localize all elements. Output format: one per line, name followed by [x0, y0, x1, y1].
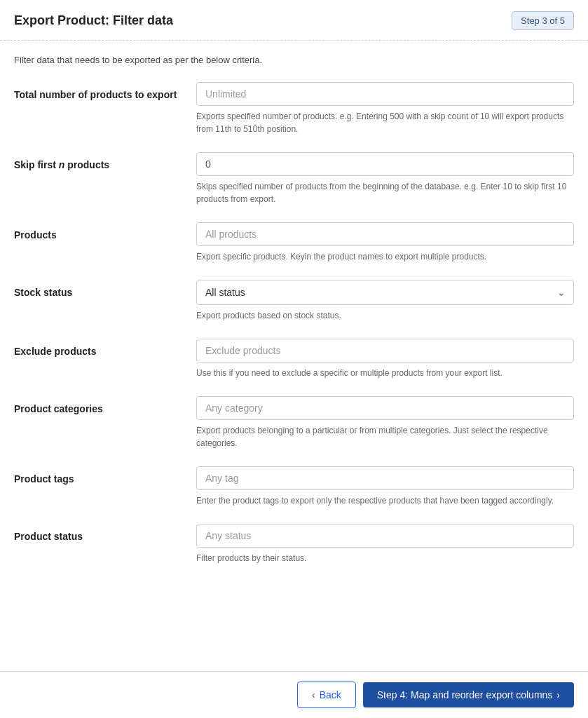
intro-text: Filter data that needs to be exported as…	[14, 55, 574, 65]
products-hint: Export specific products. Keyin the prod…	[196, 250, 574, 263]
skip-products-hint: Skips specified number of products from …	[196, 180, 574, 205]
field-right-stock-status: All status In stock Out of stock On back…	[196, 280, 574, 322]
skip-products-input[interactable]	[196, 152, 574, 176]
next-button-label: Step 4: Map and reorder export columns	[377, 689, 553, 700]
field-row-stock-status: Stock status All status In stock Out of …	[14, 280, 574, 322]
stock-status-hint: Export products based on stock status.	[196, 309, 574, 322]
stock-status-select[interactable]: All status In stock Out of stock On back…	[196, 280, 574, 305]
field-right-products: Export specific products. Keyin the prod…	[196, 222, 574, 263]
back-button[interactable]: ‹ Back	[297, 682, 356, 708]
field-right-product-categories: Export products belonging to a particula…	[196, 396, 574, 449]
field-row-products: Products Export specific products. Keyin…	[14, 222, 574, 263]
field-label-total-products: Total number of products to export	[14, 82, 196, 100]
field-label-product-tags: Product tags	[14, 466, 196, 485]
field-right-exclude-products: Use this if you need to exclude a specif…	[196, 339, 574, 379]
field-label-product-categories: Product categories	[14, 396, 196, 414]
footer: ‹ Back Step 4: Map and reorder export co…	[0, 671, 588, 718]
next-button[interactable]: Step 4: Map and reorder export columns ›	[363, 682, 574, 707]
field-right-skip-products: Skips specified number of products from …	[196, 152, 574, 205]
product-tags-input[interactable]	[196, 466, 574, 490]
field-label-product-status: Product status	[14, 524, 196, 542]
stock-status-select-wrapper: All status In stock Out of stock On back…	[196, 280, 574, 305]
field-row-product-tags: Product tags Enter the product tags to e…	[14, 466, 574, 507]
product-tags-hint: Enter the product tags to export only th…	[196, 494, 574, 507]
field-row-product-status: Product status Filter products by their …	[14, 524, 574, 564]
product-status-hint: Filter products by their status.	[196, 552, 574, 564]
product-categories-input[interactable]	[196, 396, 574, 420]
page-title: Export Product: Filter data	[14, 13, 173, 28]
page-container: Export Product: Filter data Step 3 of 5 …	[0, 0, 588, 718]
step-badge: Step 3 of 5	[512, 11, 574, 30]
field-right-product-tags: Enter the product tags to export only th…	[196, 466, 574, 507]
field-label-skip-products: Skip first n products	[14, 152, 196, 170]
page-header: Export Product: Filter data Step 3 of 5	[0, 0, 588, 41]
exclude-products-hint: Use this if you need to exclude a specif…	[196, 367, 574, 379]
back-button-label: Back	[320, 689, 341, 700]
total-products-hint: Exports specified number of products. e.…	[196, 110, 574, 135]
next-chevron-icon: ›	[556, 689, 560, 700]
product-categories-hint: Export products belonging to a particula…	[196, 424, 574, 449]
field-right-total-products: Exports specified number of products. e.…	[196, 82, 574, 135]
product-status-input[interactable]	[196, 524, 574, 548]
field-label-products: Products	[14, 222, 196, 241]
field-row-skip-products: Skip first n products Skips specified nu…	[14, 152, 574, 205]
products-input[interactable]	[196, 222, 574, 246]
total-products-input[interactable]	[196, 82, 574, 106]
field-row-exclude-products: Exclude products Use this if you need to…	[14, 339, 574, 379]
field-label-stock-status: Stock status	[14, 280, 196, 298]
field-row-product-categories: Product categories Export products belon…	[14, 396, 574, 449]
form-content: Filter data that needs to be exported as…	[0, 41, 588, 718]
field-label-exclude-products: Exclude products	[14, 339, 196, 357]
field-row-total-products: Total number of products to export Expor…	[14, 82, 574, 135]
back-chevron-icon: ‹	[312, 689, 315, 700]
field-right-product-status: Filter products by their status.	[196, 524, 574, 564]
exclude-products-input[interactable]	[196, 339, 574, 363]
